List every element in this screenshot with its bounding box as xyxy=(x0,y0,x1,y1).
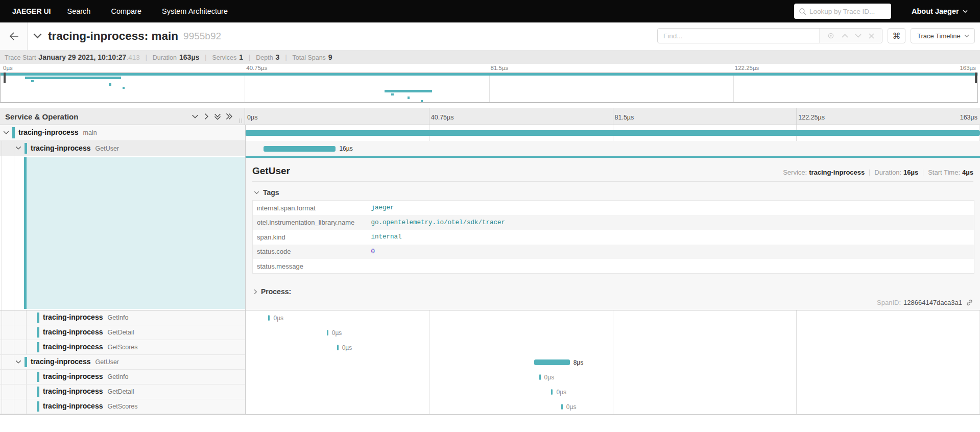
span-name-column[interactable]: tracing-inprocessGetUser xyxy=(0,141,245,156)
service-name-text: tracing-inprocess xyxy=(31,144,90,152)
span-name-column[interactable]: tracing-inprocessGetDetail xyxy=(0,325,245,340)
meta-label: Duration: xyxy=(874,169,901,176)
tag-row-status.message[interactable]: status.message xyxy=(253,259,974,274)
span-duration-bar[interactable] xyxy=(337,345,339,350)
summary-value: 1 xyxy=(239,53,243,61)
collapse-one-icon[interactable] xyxy=(189,114,201,119)
nav-item-compare[interactable]: Compare xyxy=(101,7,152,15)
keyboard-shortcuts-button[interactable]: ⌘ xyxy=(888,28,905,43)
trace-view-select[interactable]: Trace Timeline xyxy=(911,28,975,43)
span-bar-column[interactable] xyxy=(245,125,980,141)
indent-guide xyxy=(14,370,14,384)
span-bar-column[interactable]: 0µs xyxy=(245,370,980,385)
expand-one-icon[interactable] xyxy=(201,113,212,120)
span-expand-chevron[interactable] xyxy=(3,131,9,135)
trace-lookup-input[interactable]: Lookup by Trace ID... xyxy=(794,4,891,19)
nav-item-search[interactable]: Search xyxy=(57,7,101,15)
service-color-bar xyxy=(37,372,39,382)
span-bar-column[interactable]: 0µs xyxy=(245,325,980,340)
span-duration-bar[interactable] xyxy=(534,359,570,365)
span-duration-bar[interactable] xyxy=(539,374,541,380)
span-row-getdetail-3[interactable]: tracing-inprocessGetDetail0µs xyxy=(0,325,980,340)
tag-row-span.kind[interactable]: span.kindinternal xyxy=(253,230,974,245)
span-expand-chevron[interactable] xyxy=(15,146,21,150)
span-bar-column[interactable]: 16µs xyxy=(245,141,980,156)
minimap-left-scrubber[interactable] xyxy=(4,73,6,83)
meta-value: tracing-inprocess xyxy=(809,169,865,176)
span-bar-column[interactable]: 0µs xyxy=(245,385,980,399)
timeline-axis-label: 163µs xyxy=(960,114,977,121)
span-name-column[interactable]: tracing-inprocessGetInfo xyxy=(0,310,245,325)
span-duration-bar[interactable] xyxy=(327,330,328,335)
span-duration-bar[interactable] xyxy=(264,146,336,152)
link-icon[interactable] xyxy=(966,299,973,306)
top-nav: JAEGER UI SearchCompareSystem Architectu… xyxy=(0,0,980,22)
service-name-text: tracing-inprocess xyxy=(43,387,103,395)
span-detail-title: GetUser xyxy=(252,165,290,177)
span-row-getdetail-7[interactable]: tracing-inprocessGetDetail0µs xyxy=(0,385,980,399)
app-brand[interactable]: JAEGER UI xyxy=(12,7,51,15)
expand-all-icon[interactable] xyxy=(223,113,234,120)
nav-item-system-architecture[interactable]: System Architecture xyxy=(152,7,238,15)
operation-name: GetUser xyxy=(95,145,119,152)
summary-separator: | xyxy=(205,54,206,61)
find-input[interactable]: Find... xyxy=(658,29,819,43)
span-name-column[interactable]: tracing-inprocessGetScores xyxy=(0,340,245,355)
indent-guide xyxy=(26,340,27,354)
span-row-getscores-4[interactable]: tracing-inprocessGetScores0µs xyxy=(0,340,980,355)
span-row-getinfo-6[interactable]: tracing-inprocessGetInfo0µs xyxy=(0,370,980,385)
column-resize-grip[interactable] xyxy=(240,118,242,123)
tag-row-otel.instrumentation_library.name[interactable]: otel.instrumentation_library.namego.open… xyxy=(253,215,974,230)
timeline-header: Service & Operation 0µs40.75µs81.5µs122.… xyxy=(0,108,980,125)
span-row-main-0[interactable]: tracing-inprocessmain xyxy=(0,125,980,141)
back-button[interactable] xyxy=(0,22,28,50)
find-group: Find... xyxy=(657,28,882,43)
chevron-down-icon xyxy=(3,131,9,135)
service-name: tracing-inprocessmain xyxy=(18,128,97,136)
span-row-getuser-5[interactable]: tracing-inprocessGetUser8µs xyxy=(0,355,980,370)
tag-key: span.kind xyxy=(253,230,367,245)
minimap-right-scrubber[interactable] xyxy=(975,73,977,83)
column-divider xyxy=(245,125,246,414)
span-duration-bar[interactable] xyxy=(561,404,563,410)
next-match-icon[interactable] xyxy=(855,34,862,38)
prev-match-icon[interactable] xyxy=(842,34,848,38)
service-color-bar xyxy=(25,357,27,367)
clear-find-icon[interactable] xyxy=(869,33,874,39)
process-section-toggle[interactable]: Process: xyxy=(254,287,291,296)
span-row-getuser-1[interactable]: tracing-inprocessGetUser16µs xyxy=(0,141,980,156)
trace-minimap[interactable] xyxy=(0,73,978,103)
span-duration-bar[interactable] xyxy=(551,389,553,395)
span-expand-chevron[interactable] xyxy=(15,360,21,364)
span-row-getscores-8[interactable]: tracing-inprocessGetScores0µs xyxy=(0,399,980,414)
service-name: tracing-inprocessGetScores xyxy=(43,402,138,410)
indent-guide xyxy=(2,355,2,369)
service-name-text: tracing-inprocess xyxy=(43,372,103,380)
span-bar-column[interactable]: 8µs xyxy=(245,355,980,370)
collapse-title-chevron[interactable] xyxy=(33,32,42,41)
collapse-all-icon[interactable] xyxy=(212,113,223,120)
span-name-column[interactable]: tracing-inprocessmain xyxy=(0,125,245,141)
span-name-column[interactable]: tracing-inprocessGetScores xyxy=(0,399,245,414)
span-duration-bar[interactable] xyxy=(245,130,980,136)
service-name-text: tracing-inprocess xyxy=(43,328,103,336)
span-bar-column[interactable]: 0µs xyxy=(245,310,980,325)
service-color-bar xyxy=(37,387,39,397)
tag-value: jaeger xyxy=(367,201,974,215)
span-name-column[interactable]: tracing-inprocessGetDetail xyxy=(0,385,245,399)
timeline-axis-gridline xyxy=(796,108,797,125)
find-controls xyxy=(819,29,882,43)
tags-section-toggle[interactable]: Tags xyxy=(254,188,279,197)
chevron-down-icon xyxy=(963,10,968,13)
tag-row-status.code[interactable]: status.code0 xyxy=(253,245,974,259)
about-jaeger-menu[interactable]: About Jaeger xyxy=(912,0,968,22)
focus-match-icon[interactable] xyxy=(827,32,834,39)
span-bar-column[interactable]: 0µs xyxy=(245,340,980,355)
span-bar-column[interactable]: 0µs xyxy=(245,399,980,414)
span-row-getinfo-2[interactable]: tracing-inprocessGetInfo0µs xyxy=(0,310,980,325)
span-name-column[interactable]: tracing-inprocessGetUser xyxy=(0,355,245,370)
minimap-axis-labels: 0µs40.75µs81.5µs122.25µs163µs xyxy=(0,64,978,73)
span-name-column[interactable]: tracing-inprocessGetInfo xyxy=(0,370,245,385)
tag-row-internal.span.format[interactable]: internal.span.formatjaeger xyxy=(253,201,974,215)
span-duration-bar[interactable] xyxy=(268,315,270,321)
